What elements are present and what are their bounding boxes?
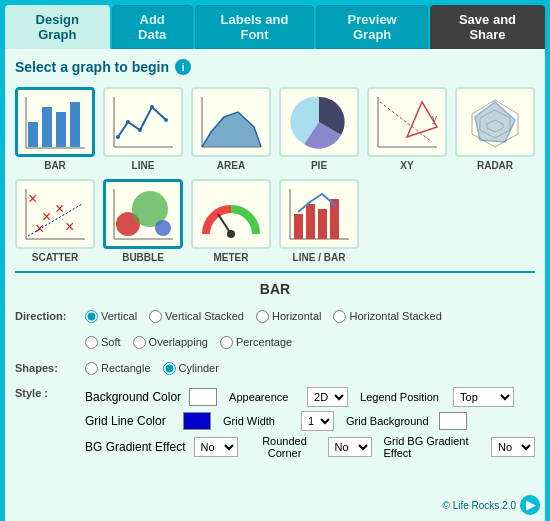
graph-icon-radar bbox=[455, 87, 535, 157]
radio-horizontal-stacked-input[interactable] bbox=[333, 310, 346, 323]
style-legend-pos-select[interactable]: TopBottomLeftRight bbox=[453, 387, 514, 407]
direction-options-row1: Vertical Vertical Stacked Horizontal Hor… bbox=[85, 310, 450, 323]
tab-bar: Design Graph Add Data Labels and Font Pr… bbox=[0, 0, 550, 49]
main-content: Select a graph to begin i BAR bbox=[5, 49, 545, 521]
shapes-label: Shapes: bbox=[15, 362, 75, 374]
footer: © Life Rocks 2.0 ▶ bbox=[442, 495, 540, 515]
radio-vertical-label: Vertical bbox=[101, 310, 137, 322]
svg-rect-3 bbox=[70, 102, 80, 147]
svg-point-12 bbox=[164, 118, 168, 122]
style-appearance-select[interactable]: 2D3D bbox=[307, 387, 348, 407]
style-bg-gradient-select[interactable]: NoYes bbox=[194, 437, 238, 457]
svg-text:×: × bbox=[35, 220, 44, 237]
style-grid-width-label: Grid Width bbox=[223, 415, 293, 427]
style-bg-color-label: Background Color bbox=[85, 390, 181, 404]
tab-add-data[interactable]: Add Data bbox=[112, 5, 193, 49]
svg-text:×: × bbox=[28, 190, 37, 207]
style-grid-line-color-swatch[interactable] bbox=[183, 412, 211, 430]
graph-item-radar[interactable]: RADAR bbox=[455, 87, 535, 171]
info-icon[interactable]: i bbox=[175, 59, 191, 75]
footer-logo: ▶ bbox=[520, 495, 540, 515]
svg-rect-1 bbox=[42, 107, 52, 147]
graph-item-bubble[interactable]: BUBBLE bbox=[103, 179, 183, 263]
graph-item-xy[interactable]: y XY bbox=[367, 87, 447, 171]
graph-label-area: AREA bbox=[217, 160, 245, 171]
radio-horizontal-stacked[interactable]: Horizontal Stacked bbox=[333, 310, 441, 323]
style-grid-bg-label: Grid Background bbox=[346, 415, 431, 427]
radio-percentage[interactable]: Percentage bbox=[220, 336, 292, 349]
tab-design-graph[interactable]: Design Graph bbox=[5, 5, 110, 49]
graph-item-bar[interactable]: BAR bbox=[15, 87, 95, 171]
svg-rect-2 bbox=[56, 112, 66, 147]
svg-point-9 bbox=[126, 120, 130, 124]
style-grid-width-select[interactable]: 123 bbox=[301, 411, 334, 431]
radio-rectangle-label: Rectangle bbox=[101, 362, 151, 374]
svg-rect-45 bbox=[318, 209, 327, 239]
graph-label-bar: BAR bbox=[44, 160, 66, 171]
svg-marker-15 bbox=[202, 112, 261, 147]
svg-rect-0 bbox=[28, 122, 38, 147]
style-grid-bg-gradient-select[interactable]: NoYes bbox=[491, 437, 535, 457]
select-header-text: Select a graph to begin bbox=[15, 59, 169, 75]
direction-options-row2: Soft Overlapping Percentage bbox=[85, 336, 300, 349]
graph-label-bubble: BUBBLE bbox=[122, 252, 164, 263]
style-grid-line-color-label: Grid Line Color bbox=[85, 414, 175, 428]
radio-horizontal-stacked-label: Horizontal Stacked bbox=[349, 310, 441, 322]
svg-text:×: × bbox=[55, 200, 64, 217]
direction-row1: Direction: Vertical Vertical Stacked Hor… bbox=[15, 305, 535, 327]
tab-labels-font[interactable]: Labels and Font bbox=[195, 5, 315, 49]
style-grid-bg-gradient-label: Grid BG Gradient Effect bbox=[384, 435, 484, 459]
graph-label-meter: METER bbox=[214, 252, 249, 263]
graph-label-scatter: SCATTER bbox=[32, 252, 78, 263]
graph-item-pie[interactable]: PIE bbox=[279, 87, 359, 171]
tab-preview-graph[interactable]: Preview Graph bbox=[316, 5, 428, 49]
svg-rect-43 bbox=[294, 214, 303, 239]
style-grid-bg-swatch[interactable] bbox=[439, 412, 467, 430]
radio-vertical-input[interactable] bbox=[85, 310, 98, 323]
radio-soft[interactable]: Soft bbox=[85, 336, 121, 349]
graph-item-line[interactable]: LINE bbox=[103, 87, 183, 171]
graph-item-scatter[interactable]: × × × × × SCATTER bbox=[15, 179, 95, 263]
style-row: Style : Background Color Appearence 2D3D… bbox=[15, 383, 535, 459]
radio-overlapping-label: Overlapping bbox=[149, 336, 208, 348]
radio-rectangle-input[interactable] bbox=[85, 362, 98, 375]
shapes-row: Shapes: Rectangle Cylinder bbox=[15, 357, 535, 379]
radio-vertical[interactable]: Vertical bbox=[85, 310, 137, 323]
radio-horizontal-input[interactable] bbox=[256, 310, 269, 323]
radio-vertical-stacked-label: Vertical Stacked bbox=[165, 310, 244, 322]
radio-rectangle[interactable]: Rectangle bbox=[85, 362, 151, 375]
graph-label-linebar: LINE / BAR bbox=[293, 252, 346, 263]
svg-point-38 bbox=[155, 220, 171, 236]
svg-point-40 bbox=[227, 230, 235, 238]
direction-row2: Soft Overlapping Percentage bbox=[15, 331, 535, 353]
radio-vertical-stacked[interactable]: Vertical Stacked bbox=[149, 310, 244, 323]
tab-save-share[interactable]: Save and Share bbox=[430, 5, 545, 49]
graph-item-area[interactable]: AREA bbox=[191, 87, 271, 171]
svg-line-21 bbox=[380, 102, 432, 142]
svg-point-10 bbox=[138, 128, 142, 132]
radio-horizontal[interactable]: Horizontal bbox=[256, 310, 322, 323]
graph-icon-xy: y bbox=[367, 87, 447, 157]
direction-label: Direction: bbox=[15, 310, 75, 322]
graph-type-row1: BAR LINE bbox=[15, 87, 535, 171]
graph-label-line: LINE bbox=[132, 160, 155, 171]
radio-soft-input[interactable] bbox=[85, 336, 98, 349]
style-rounded-corner-select[interactable]: NoYes bbox=[328, 437, 372, 457]
style-bg-gradient-label: BG Gradient Effect bbox=[85, 440, 186, 454]
radio-percentage-input[interactable] bbox=[220, 336, 233, 349]
graph-icon-scatter: × × × × × bbox=[15, 179, 95, 249]
graph-icon-pie bbox=[279, 87, 359, 157]
graph-icon-meter bbox=[191, 179, 271, 249]
graph-label-radar: RADAR bbox=[477, 160, 513, 171]
graph-item-meter[interactable]: METER bbox=[191, 179, 271, 263]
graph-item-linebar[interactable]: LINE / BAR bbox=[279, 179, 359, 263]
radio-overlapping-input[interactable] bbox=[133, 336, 146, 349]
style-bg-color-swatch[interactable] bbox=[189, 388, 217, 406]
radio-cylinder-input[interactable] bbox=[163, 362, 176, 375]
graph-label-xy: XY bbox=[400, 160, 413, 171]
radio-overlapping[interactable]: Overlapping bbox=[133, 336, 208, 349]
radio-cylinder[interactable]: Cylinder bbox=[163, 362, 219, 375]
graph-icon-bar bbox=[15, 87, 95, 157]
radio-horizontal-label: Horizontal bbox=[272, 310, 322, 322]
radio-vertical-stacked-input[interactable] bbox=[149, 310, 162, 323]
